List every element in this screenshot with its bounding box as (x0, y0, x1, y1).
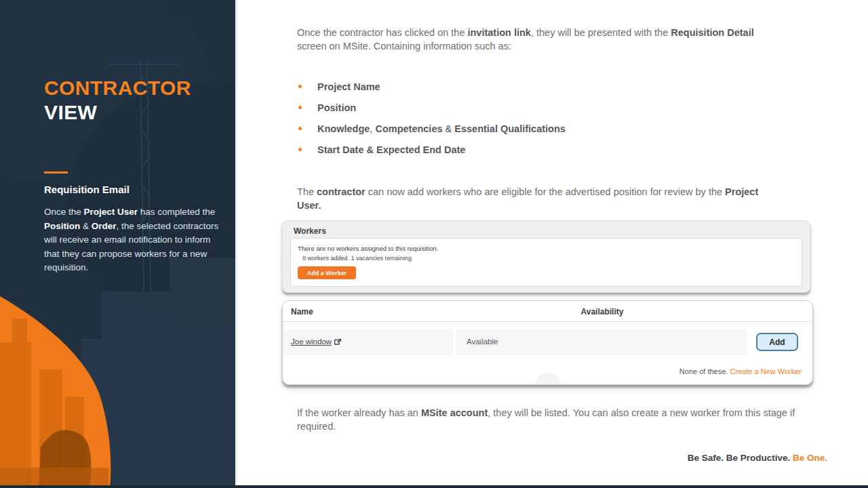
workers-panel-title: Workers (294, 226, 326, 236)
bullet-icon (298, 148, 302, 151)
bottom-border (0, 485, 868, 488)
list-item: Position (298, 102, 566, 113)
slide-title: CONTRACTOR VIEW (44, 76, 191, 125)
external-link-icon (334, 338, 342, 346)
list-item-label: Position (317, 102, 356, 113)
section-heading: Requisition Email (44, 184, 130, 195)
workers-count-message: 0 workers added. 1 vacancies remaining (302, 255, 412, 262)
column-header-availability: Availability (581, 307, 624, 317)
list-item: Start Date & Expected End Date (298, 144, 566, 155)
table-footer: None of these. Create a New Worker (679, 367, 802, 375)
create-new-worker-link[interactable]: Create a New Worker (730, 367, 802, 375)
list-item: Project Name (298, 81, 566, 92)
none-of-these-label: None of these. (679, 367, 730, 375)
header-divider (283, 321, 812, 322)
intro-paragraph: Once the contractor has clicked on the i… (297, 26, 780, 53)
add-workers-paragraph: The contractor can now add workers who a… (297, 185, 783, 212)
tagline-dark: Be Safe. Be Productive. (688, 453, 793, 463)
slide-title-line2: VIEW (44, 100, 191, 125)
bullet-icon (298, 106, 302, 109)
workers-panel-screenshot: Workers There are no workers assigned to… (282, 220, 810, 293)
worker-name-label: Joe window (291, 338, 332, 346)
bullet-icon (298, 85, 302, 88)
outro-paragraph: If the worker already has an MSite accou… (297, 406, 802, 433)
list-item: Knowledge, Competencies & Essential Qual… (298, 123, 566, 134)
list-item-label: Start Date & Expected End Date (317, 144, 465, 155)
availability-cell: Available (456, 329, 747, 355)
section-body: Once the Project User has completed the … (44, 205, 222, 275)
slide-title-line1: CONTRACTOR (44, 76, 191, 100)
list-item-label: Project Name (317, 81, 380, 92)
availability-value: Available (467, 338, 498, 346)
no-workers-message: There are no workers assigned to this re… (298, 245, 439, 252)
sidebar: CONTRACTOR VIEW Requisition Email Once t… (0, 0, 235, 488)
add-a-worker-button[interactable]: Add a Worker (298, 266, 356, 279)
scroll-notch (536, 373, 560, 385)
requisition-detail-list: Project Name Position Knowledge, Compete… (298, 81, 566, 165)
table-row: Joe window Available Add (283, 329, 812, 355)
bullet-icon (298, 127, 302, 130)
workers-panel-body: There are no workers assigned to this re… (290, 238, 802, 287)
column-header-name: Name (291, 307, 313, 317)
name-cell: Joe window (283, 329, 453, 355)
orange-wedge-decor (0, 296, 111, 488)
brand-tagline: Be Safe. Be Productive. Be One. (282, 453, 827, 463)
add-button[interactable]: Add (756, 333, 798, 351)
accent-dash (44, 171, 68, 174)
main-content: Once the contractor has clicked on the i… (235, 0, 868, 488)
tagline-orange: Be One. (793, 453, 827, 463)
worker-name-link[interactable]: Joe window (291, 338, 342, 346)
list-item-label: Knowledge, Competencies & Essential Qual… (317, 123, 566, 134)
worker-table-screenshot: Name Availability Joe window Available A… (282, 300, 813, 385)
